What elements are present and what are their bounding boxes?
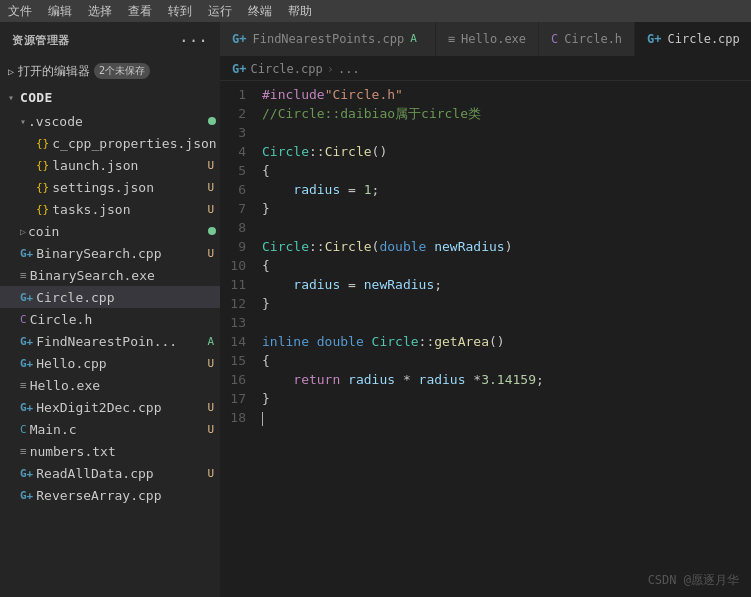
code-line-11: 11 radius = newRadius; [220, 275, 751, 294]
code-line-9: 9 Circle::Circle(double newRadius) [220, 237, 751, 256]
c-icon: C [20, 423, 27, 436]
line-num-3: 3 [220, 123, 262, 142]
line-num-7: 7 [220, 199, 262, 218]
open-editors-chevron: ▷ [8, 66, 14, 77]
code-line-6: 6 radius = 1; [220, 180, 751, 199]
main-c-badge: U [207, 423, 214, 436]
line-num-14: 14 [220, 332, 262, 351]
tab-circle-cpp-icon: G+ [647, 32, 661, 46]
line-content-9: Circle::Circle(double newRadius) [262, 237, 751, 256]
tree-item-hexdigit[interactable]: G+ HexDigit2Dec.cpp U [0, 396, 220, 418]
unsaved-badge: 2个未保存 [94, 63, 150, 79]
menu-item-run[interactable]: 运行 [208, 3, 232, 20]
line-content-10: { [262, 256, 751, 275]
line-num-11: 11 [220, 275, 262, 294]
cpp-icon: G+ [20, 291, 33, 304]
tab-hello-exe[interactable]: ≡ Hello.exe [436, 22, 539, 56]
editor-area: G+ FindNearestPoints.cpp A ≡ Hello.exe C… [220, 22, 751, 597]
h-icon: C [20, 313, 27, 326]
line-content-13 [262, 313, 751, 332]
tab-circle-cpp[interactable]: G+ Circle.cpp [635, 22, 751, 56]
tree-item-reversearray[interactable]: G+ ReverseArray.cpp [0, 484, 220, 506]
line-content-11: radius = newRadius; [262, 275, 751, 294]
code-line-17: 17 } [220, 389, 751, 408]
tree-item-settings[interactable]: {} settings.json U [0, 176, 220, 198]
menu-item-goto[interactable]: 转到 [168, 3, 192, 20]
menu-item-view[interactable]: 查看 [128, 3, 152, 20]
vscode-folder-label: .vscode [28, 114, 208, 129]
tree-item-circle-h[interactable]: C Circle.h [0, 308, 220, 330]
tab-bar: G+ FindNearestPoints.cpp A ≡ Hello.exe C… [220, 22, 751, 57]
tree-item-tasks[interactable]: {} tasks.json U [0, 198, 220, 220]
line-num-1: 1 [220, 85, 262, 104]
line-content-17: } [262, 389, 751, 408]
line-content-14: inline double Circle::getArea() [262, 332, 751, 351]
code-line-5: 5 { [220, 161, 751, 180]
code-section-label: CODE [20, 90, 53, 105]
line-content-2: //Circle::daibiao属于circle类 [262, 104, 751, 123]
tree-item-coin[interactable]: ▷ coin [0, 220, 220, 242]
menu-item-file[interactable]: 文件 [8, 3, 32, 20]
tab-findnearest-icon: G+ [232, 32, 246, 46]
sidebar-title: 资源管理器 [12, 33, 70, 48]
menu-item-select[interactable]: 选择 [88, 3, 112, 20]
tree-item-vscode[interactable]: ▾ .vscode [0, 110, 220, 132]
tree-item-launch[interactable]: {} launch.json U [0, 154, 220, 176]
coin-folder-label: coin [28, 224, 208, 239]
tab-circle-h[interactable]: C Circle.h [539, 22, 635, 56]
hello-cpp-label: Hello.cpp [36, 356, 207, 371]
breadcrumb-separator: › [327, 62, 334, 76]
code-section-row[interactable]: ▾ CODE [0, 84, 220, 110]
menu-item-terminal[interactable]: 终端 [248, 3, 272, 20]
breadcrumb-filename: Circle.cpp [250, 62, 322, 76]
code-line-15: 15 { [220, 351, 751, 370]
tree-item-main-c[interactable]: C Main.c U [0, 418, 220, 440]
code-line-4: 4 Circle::Circle() [220, 142, 751, 161]
binarysearch-exe-label: BinarySearch.exe [30, 268, 220, 283]
tree-item-numbers[interactable]: ≡ numbers.txt [0, 440, 220, 462]
line-content-15: { [262, 351, 751, 370]
line-num-4: 4 [220, 142, 262, 161]
line-num-2: 2 [220, 104, 262, 123]
line-num-9: 9 [220, 237, 262, 256]
line-num-8: 8 [220, 218, 262, 237]
tree-item-hello-exe[interactable]: ≡ Hello.exe [0, 374, 220, 396]
launch-label: launch.json [52, 158, 207, 173]
line-content-5: { [262, 161, 751, 180]
tree-item-circle-cpp[interactable]: G+ Circle.cpp [0, 286, 220, 308]
tree-item-findnearest[interactable]: G+ FindNearestPoin... A [0, 330, 220, 352]
tab-findnearest-badge: A [410, 32, 417, 45]
tab-circle-h-icon: C [551, 32, 558, 46]
code-line-7: 7 } [220, 199, 751, 218]
sidebar-header: 资源管理器 ··· [0, 22, 220, 58]
open-editors-row[interactable]: ▷ 打开的编辑器 2个未保存 [0, 58, 220, 84]
line-content-16: return radius * radius *3.14159; [262, 370, 751, 389]
tree-item-c-cpp-properties[interactable]: {} c_cpp_properties.json [0, 132, 220, 154]
reversearray-label: ReverseArray.cpp [36, 488, 220, 503]
cpp-icon: G+ [20, 335, 33, 348]
breadcrumb-file-icon: G+ [232, 62, 246, 76]
cpp-icon: G+ [20, 401, 33, 414]
binarysearch-cpp-label: BinarySearch.cpp [36, 246, 207, 261]
tasks-badge: U [207, 203, 214, 216]
tree-item-hello-cpp[interactable]: G+ Hello.cpp U [0, 352, 220, 374]
exe-icon: ≡ [20, 269, 27, 282]
code-editor[interactable]: 1 #include"Circle.h" 2 //Circle::daibiao… [220, 81, 751, 597]
line-num-10: 10 [220, 256, 262, 275]
tab-findnearest-label: FindNearestPoints.cpp [252, 32, 404, 46]
tree-item-binarysearch-cpp[interactable]: G+ BinarySearch.cpp U [0, 242, 220, 264]
code-line-2: 2 //Circle::daibiao属于circle类 [220, 104, 751, 123]
sidebar-more-button[interactable]: ··· [179, 31, 208, 50]
tab-findnearest[interactable]: G+ FindNearestPoints.cpp A [220, 22, 436, 56]
menu-item-edit[interactable]: 编辑 [48, 3, 72, 20]
line-num-17: 17 [220, 389, 262, 408]
coin-chevron: ▷ [20, 226, 26, 237]
tree-item-readalldata[interactable]: G+ ReadAllData.cpp U [0, 462, 220, 484]
line-content-8 [262, 218, 751, 237]
json-icon: {} [36, 159, 49, 172]
tree-item-binarysearch-exe[interactable]: ≡ BinarySearch.exe [0, 264, 220, 286]
line-content-7: } [262, 199, 751, 218]
cpp-icon: G+ [20, 489, 33, 502]
menu-item-help[interactable]: 帮助 [288, 3, 312, 20]
breadcrumb: G+ Circle.cpp › ... [220, 57, 751, 81]
